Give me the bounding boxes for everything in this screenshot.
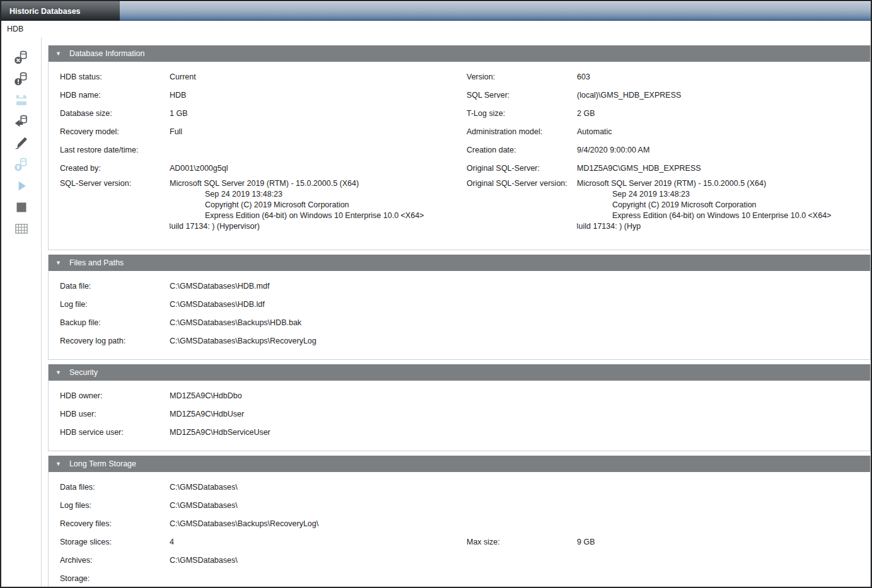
field-label [467,314,577,332]
tab-historic-databases[interactable]: Historic Databases [1,1,120,21]
section-header-long-term-storage[interactable]: ▼Long Term Storage [49,456,870,472]
section-content: Data files:C:\GMSDatabases\Log files:C:\… [49,472,870,587]
database-restore-button[interactable] [13,114,30,129]
app-window: Historic Databases HDB ▼ [0,0,872,588]
field-value: 2 GB [577,105,870,123]
field-value [170,141,467,159]
breadcrumb: HDB [1,21,871,37]
database-delete-button[interactable] [13,50,30,65]
field-value [577,497,870,515]
field-value [170,570,467,587]
start-button[interactable] [13,178,30,193]
save-button[interactable] [13,93,30,108]
field-value: AD001\z000g5ql [170,159,467,178]
field-value: C:\GMSDatabases\ [170,497,467,515]
field-value: Full [170,123,467,141]
field-label: SQL-Server version: [60,178,170,232]
section-security: ▼SecurityHDB owner:MD1Z5A9C\HdbDboHDB us… [48,364,871,451]
field-label: Database size: [60,105,170,123]
field-value [577,570,870,587]
field-label [467,570,577,587]
field-row: Data file:C:\GMSDatabases\HDB.mdf [49,277,870,296]
field-value [577,277,870,296]
field-row: Backup file:C:\GMSDatabases\Backups\HDB.… [49,314,870,332]
section-title: Security [69,368,98,377]
field-label: Archives: [60,551,170,570]
collapse-triangle-icon: ▼ [55,260,61,266]
field-row: HDB owner:MD1Z5A9C\HdbDbo [49,387,870,405]
grid-icon [14,221,29,236]
field-label: Creation date: [467,141,577,159]
field-label [467,296,577,314]
field-label: Data files: [60,478,170,497]
field-value: 1 GB [170,105,467,123]
edit-icon [14,135,29,151]
field-row: Database size:1 GBT-Log size:2 GB [49,105,870,123]
database-restore-icon [14,114,29,129]
field-label: Recovery model: [60,123,170,141]
database-attention-icon [14,71,29,86]
field-row: Created by:AD001\z000g5qlOriginal SQL-Se… [49,159,870,178]
field-row: HDB status:CurrentVersion:603 [49,68,870,86]
section-content: HDB status:CurrentVersion:603HDB name:HD… [49,62,870,250]
field-label: Recovery files: [60,515,170,533]
field-label: HDB service user: [60,424,170,442]
field-value: Microsoft SQL Server 2019 (RTM) - 15.0.2… [170,178,467,232]
field-label: SQL Server: [467,86,577,105]
stop-button[interactable] [13,200,30,215]
section-header-database-information[interactable]: ▼Database Information [49,45,870,62]
field-value [577,387,870,405]
toolbar [1,37,42,587]
field-value [577,551,870,570]
header-accent-bar [120,2,871,21]
save-icon [14,93,29,108]
field-label: Original SQL-Server version: [467,178,577,232]
field-value: 603 [577,68,870,86]
edit-button[interactable] [13,135,30,151]
field-row: Recovery model:FullAdministration model:… [49,123,870,141]
database-attention-button[interactable] [13,71,30,86]
field-row: Storage: [49,570,870,587]
field-label [467,332,577,350]
field-label: Log files: [60,497,170,515]
database-upload-button[interactable] [13,157,30,172]
field-label [467,497,577,515]
field-label [467,551,577,570]
field-value: MD1Z5A9C\GMS_HDB_EXPRESS [577,159,870,178]
field-row: Archives:C:\GMSDatabases\ [49,551,870,570]
field-label: Original SQL-Server: [467,159,577,178]
field-value [577,478,870,497]
field-label: Administration model: [467,123,577,141]
field-label: HDB owner: [60,387,170,405]
field-value: C:\GMSDatabases\Backups\RecoveryLog\ [170,515,467,533]
field-label: Created by: [60,159,170,178]
section-header-files-and-paths[interactable]: ▼Files and Paths [49,255,870,271]
field-label: Log file: [60,296,170,314]
field-row: Last restore date/time:Creation date:9/4… [49,141,870,159]
field-row: Data files:C:\GMSDatabases\ [49,478,870,497]
section-database-information: ▼Database InformationHDB status:CurrentV… [48,45,871,250]
field-value [577,515,870,533]
tab-bar: Historic Databases [1,1,871,21]
collapse-triangle-icon: ▼ [55,50,61,57]
grid-button[interactable] [13,221,30,236]
field-value [577,405,870,424]
field-label: Storage: [60,570,170,587]
field-label: T-Log size: [467,105,577,123]
field-label: Data file: [60,277,170,296]
field-value: C:\GMSDatabases\ [170,551,467,570]
field-row: Log file:C:\GMSDatabases\HDB.ldf [49,296,870,314]
field-row: HDB user:MD1Z5A9C\HdbUser [49,405,870,424]
field-value: Microsoft SQL Server 2019 (RTM) - 15.0.2… [577,178,870,232]
section-title: Long Term Storage [69,459,136,468]
field-value: C:\GMSDatabases\Backups\HDB.bak [170,314,467,332]
field-row: Log files:C:\GMSDatabases\ [49,497,870,515]
field-value: MD1Z5A9C\HdbUser [170,405,467,424]
field-label: Last restore date/time: [60,141,170,159]
field-label: Max size: [467,533,577,551]
field-row: Storage slices:4Max size:9 GB [49,533,870,551]
sections: ▼Database InformationHDB status:CurrentV… [42,37,871,587]
field-value: HDB [170,86,467,105]
database-delete-icon [14,50,29,65]
section-header-security[interactable]: ▼Security [49,364,870,381]
